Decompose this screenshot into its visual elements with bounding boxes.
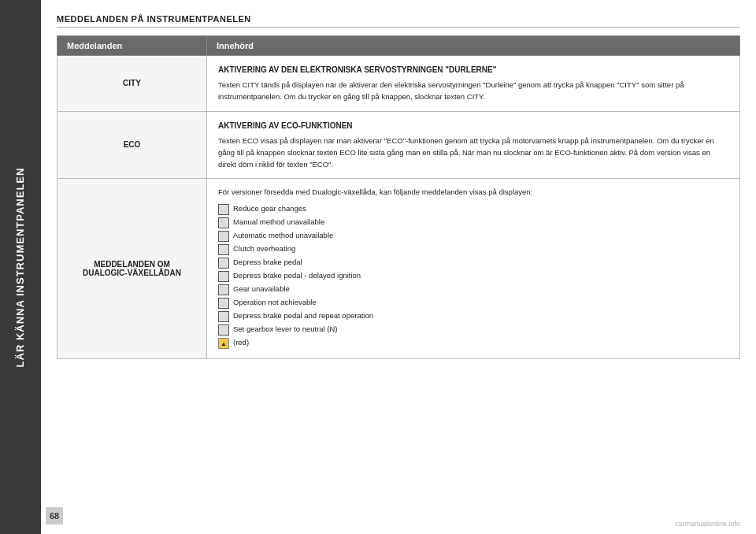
list-item: ▲(red): [218, 337, 728, 349]
box-icon: [218, 298, 229, 309]
left-sidebar-tab: LÄR KÄNNA INSTRUMENTPANELEN: [0, 0, 41, 534]
box-icon: [218, 217, 229, 228]
content-dualogic: För versioner försedda med Dualogic-växe…: [207, 179, 740, 358]
label-eco: ECO: [57, 111, 207, 179]
label-dualogic: MEDDELANDEN OM DUALOGIC-VÄXELLÅDAN: [57, 179, 207, 358]
list-item-text: Set gearbox lever to neutral (N): [233, 324, 338, 334]
box-icon: [218, 244, 229, 255]
list-item: Automatic method unavailable: [218, 230, 728, 242]
content-city: AKTIVERING AV DEN ELEKTRONISKA SERVOSTYR…: [207, 56, 740, 112]
box-icon: [218, 258, 229, 269]
list-item: Operation not achievable: [218, 297, 728, 309]
list-item-text: (red): [233, 337, 249, 347]
list-item-text: Manual method unavailable: [233, 217, 324, 227]
list-item: Reduce gear changes: [218, 203, 728, 215]
list-item: Depress brake pedal: [218, 257, 728, 269]
table-row-eco: ECO AKTIVERING AV ECO-FUNKTIONEN Texten …: [57, 111, 740, 179]
box-icon: [218, 311, 229, 322]
box-icon: [218, 204, 229, 215]
main-content: MEDDELANDEN PÅ INSTRUMENTPANELEN Meddela…: [41, 0, 756, 534]
list-item-text: Automatic method unavailable: [233, 230, 333, 240]
list-item-text: Depress brake pedal and repeat operation: [233, 310, 373, 321]
page-number: 68: [46, 507, 63, 525]
label-city: CITY: [57, 56, 207, 112]
list-item: Depress brake pedal - delayed ignition: [218, 270, 728, 282]
city-section-title: AKTIVERING AV DEN ELEKTRONISKA SERVOSTYR…: [218, 64, 728, 76]
list-item-text: Depress brake pedal: [233, 257, 302, 267]
watermark: carmanualonline.info: [675, 520, 740, 528]
table-row-dualogic: MEDDELANDEN OM DUALOGIC-VÄXELLÅDAN För v…: [57, 179, 740, 358]
box-icon: [218, 231, 229, 242]
warning-icon: ▲: [218, 338, 229, 349]
eco-section-text: Texten ECO visas på displayen när man ak…: [218, 136, 714, 169]
table-header-col1: Meddelanden: [57, 36, 207, 56]
list-item-text: Gear unavailable: [233, 284, 290, 294]
box-icon: [218, 271, 229, 282]
list-item-text: Depress brake pedal - delayed ignition: [233, 270, 361, 280]
list-item-text: Clutch overheating: [233, 243, 295, 254]
eco-section-title: AKTIVERING AV ECO-FUNKTIONEN: [218, 120, 728, 132]
list-item: Clutch overheating: [218, 243, 728, 255]
info-table: Meddelanden Innehörd CITY AKTIVERING AV …: [57, 35, 740, 359]
list-item-text: Reduce gear changes: [233, 203, 306, 213]
dualogic-intro: För versioner försedda med Dualogic-växe…: [218, 187, 728, 198]
dualogic-list: Reduce gear changesManual method unavail…: [218, 203, 728, 349]
list-item: Set gearbox lever to neutral (N): [218, 324, 728, 336]
list-item-text: Operation not achievable: [233, 297, 317, 307]
list-item: Depress brake pedal and repeat operation: [218, 310, 728, 322]
sidebar-vertical-title: LÄR KÄNNA INSTRUMENTPANELEN: [15, 167, 27, 367]
list-item: Gear unavailable: [218, 284, 728, 295]
table-row-city: CITY AKTIVERING AV DEN ELEKTRONISKA SERV…: [57, 56, 740, 112]
box-icon: [218, 284, 229, 295]
box-icon: [218, 324, 229, 336]
content-eco: AKTIVERING AV ECO-FUNKTIONEN Texten ECO …: [207, 111, 740, 179]
list-item: Manual method unavailable: [218, 217, 728, 228]
city-section-text: Texten CITY tänds på displayen när de ak…: [218, 80, 684, 101]
page-title: MEDDELANDEN PÅ INSTRUMENTPANELEN: [57, 14, 740, 28]
table-header-col2: Innehörd: [207, 36, 740, 56]
